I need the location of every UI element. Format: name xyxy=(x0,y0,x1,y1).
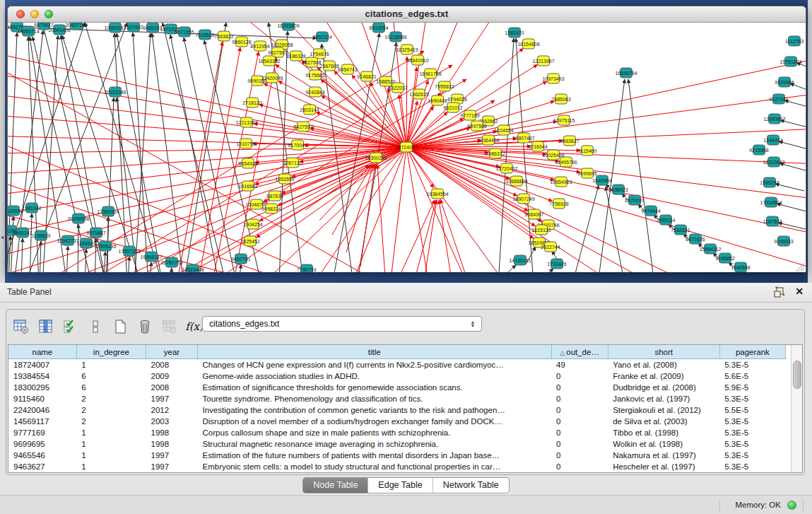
table-options-icon[interactable] xyxy=(12,317,30,337)
network-node[interactable]: 7955812 xyxy=(435,81,454,91)
table-cell[interactable]: 19384554 xyxy=(8,370,76,382)
network-node[interactable]: 7663822 xyxy=(214,31,233,41)
network-node[interactable]: 9329966 xyxy=(775,77,794,87)
node-table-grid[interactable]: namein_degreeyeartitle△out_de…shortpager… xyxy=(8,345,786,472)
table-row[interactable]: 946554611997Estimation of the future num… xyxy=(8,450,786,461)
minimize-window-icon[interactable] xyxy=(30,10,39,18)
table-cell[interactable]: Structural magnetic resonance image aver… xyxy=(198,438,552,450)
table-cell[interactable]: Hescheler et al. (1997) xyxy=(608,461,719,472)
table-cell[interactable]: 9463627 xyxy=(8,461,76,472)
network-node[interactable]: 17359924 xyxy=(97,206,119,216)
network-node[interactable]: 1244413 xyxy=(763,135,782,145)
table-cell[interactable]: Changes of HCN gene expression and I(f) … xyxy=(198,359,552,371)
delete-table-icon[interactable] xyxy=(136,317,154,337)
network-node[interactable]: 1167533 xyxy=(763,216,782,226)
row-height-icon[interactable] xyxy=(86,317,105,337)
tab-network-table[interactable]: Network Table xyxy=(433,478,509,493)
network-node[interactable]: 14136141 xyxy=(509,255,531,265)
network-window-titlebar[interactable]: citations_edges.txt xyxy=(8,6,806,23)
network-node[interactable]: 7756928 xyxy=(549,199,568,209)
network-node[interactable]: 9699695 xyxy=(577,168,596,178)
column-header-title[interactable]: title xyxy=(198,345,552,359)
table-cell[interactable]: 1 xyxy=(76,438,146,450)
table-cell[interactable]: de Silva et al. (2003) xyxy=(608,416,719,427)
table-cell[interactable]: 49 xyxy=(551,359,608,371)
network-node[interactable]: 16648784 xyxy=(615,68,637,78)
network-node[interactable]: 1640954 xyxy=(592,175,611,185)
network-node[interactable]: 9215958 xyxy=(749,145,768,155)
network-node[interactable]: 1527602 xyxy=(124,23,143,32)
table-cell[interactable]: 2 xyxy=(76,416,146,427)
network-node[interactable]: 1362615 xyxy=(409,89,428,99)
table-cell[interactable]: 2012 xyxy=(146,404,198,416)
column-header-out_de[interactable]: △out_de… xyxy=(551,345,608,359)
network-node[interactable]: 9245652 xyxy=(715,253,734,263)
network-node[interactable]: 9245033 xyxy=(774,236,793,246)
column-header-year[interactable]: year xyxy=(146,345,198,359)
column-header-pagerank[interactable]: pagerank xyxy=(719,345,785,359)
table-cell[interactable]: Corpus callosum shape and size in male p… xyxy=(198,427,552,438)
table-cell[interactable]: Stergiakouli et al. (2012) xyxy=(608,404,719,416)
network-node[interactable]: 7615526 xyxy=(195,30,214,40)
table-cell[interactable]: 2003 xyxy=(146,416,198,427)
network-node[interactable]: 15720407 xyxy=(495,163,517,173)
close-panel-icon[interactable]: ✕ xyxy=(795,286,804,297)
select-all-icon[interactable] xyxy=(61,317,80,337)
network-node[interactable]: 1733426 xyxy=(547,259,566,269)
table-cell[interactable]: 2008 xyxy=(146,359,198,371)
table-cell[interactable]: 1998 xyxy=(146,438,198,450)
table-row[interactable]: 1456911722003Disruption of a novel membe… xyxy=(8,416,786,427)
function-builder-icon[interactable]: f(x) xyxy=(185,317,204,337)
network-node[interactable]: 20153346 xyxy=(104,87,126,97)
network-node[interactable]: 16210643 xyxy=(763,157,784,167)
table-row[interactable]: 969969511998Structural magnetic resonanc… xyxy=(8,438,786,450)
network-node[interactable]: 9227341 xyxy=(769,94,788,104)
table-cell[interactable]: 9777169 xyxy=(8,427,76,438)
table-cell[interactable]: 0 xyxy=(551,382,608,393)
table-cell[interactable]: 2008 xyxy=(146,382,198,393)
network-node[interactable]: 9474444 xyxy=(641,206,660,216)
table-cell[interactable]: Dudbridge et al. (2008) xyxy=(608,382,719,393)
network-node[interactable]: 8912954 xyxy=(250,41,269,51)
table-cell[interactable]: 9115460 xyxy=(8,393,76,404)
table-cell[interactable]: Estimation of the future numbers of pati… xyxy=(198,450,552,461)
table-cell[interactable]: 0 xyxy=(551,393,608,404)
table-row[interactable]: 1830029562008Estimation of significance … xyxy=(8,382,786,393)
network-node[interactable]: 5938923 xyxy=(608,185,628,194)
network-node[interactable]: 2803144 xyxy=(300,105,319,115)
table-cell[interactable]: 1 xyxy=(76,461,146,472)
table-cell[interactable]: 5.6E-5 xyxy=(719,370,785,382)
network-node[interactable]: 17016504 xyxy=(760,197,782,207)
table-cell[interactable]: Wolkin et al. (1998) xyxy=(608,438,719,450)
table-cell[interactable]: Estimation of significance thresholds fo… xyxy=(198,382,552,393)
zoom-window-icon[interactable] xyxy=(45,10,53,18)
table-cell[interactable]: Embryonic stem cells: a model to study s… xyxy=(198,461,552,472)
network-node[interactable]: 1640598 xyxy=(731,262,750,272)
table-cell[interactable]: Investigating the contribution of common… xyxy=(198,404,552,416)
table-cell[interactable]: 2009 xyxy=(146,370,198,382)
table-cell[interactable]: 1997 xyxy=(146,393,198,404)
network-node[interactable]: 1981042 xyxy=(22,203,41,213)
table-cell[interactable]: 0 xyxy=(551,438,608,450)
network-node[interactable]: 12923448 xyxy=(182,264,204,272)
table-row[interactable]: 1872400712008Changes of HCN gene express… xyxy=(8,359,786,371)
table-cell[interactable]: 0 xyxy=(551,450,608,461)
create-table-icon[interactable] xyxy=(111,317,129,337)
network-node[interactable]: 20206556 xyxy=(67,214,89,223)
network-node[interactable]: 16325419 xyxy=(396,45,418,54)
table-cell[interactable]: 22420046 xyxy=(8,404,76,416)
network-node[interactable]: 887833 xyxy=(266,191,283,201)
network-node[interactable]: 16154808 xyxy=(517,39,539,49)
table-cell[interactable]: 5.3E-5 xyxy=(719,393,785,404)
network-node[interactable]: 10654112 xyxy=(700,244,722,254)
table-cell[interactable]: 18300295 xyxy=(8,382,76,393)
tab-edge-table[interactable]: Edge Table xyxy=(368,478,433,493)
network-node[interactable]: 1599297 xyxy=(760,177,779,187)
network-node[interactable]: 12093877 xyxy=(763,114,785,124)
network-node[interactable]: 16640910 xyxy=(406,55,428,65)
network-node[interactable]: 7986372 xyxy=(486,148,505,158)
table-row[interactable]: 2242004622012Investigating the contribut… xyxy=(8,404,786,416)
network-node[interactable]: 7150793 xyxy=(297,264,316,272)
table-cell[interactable]: Nakamura et al. (1997) xyxy=(608,450,719,461)
table-cell[interactable]: Yano et al. (2008) xyxy=(608,359,719,371)
